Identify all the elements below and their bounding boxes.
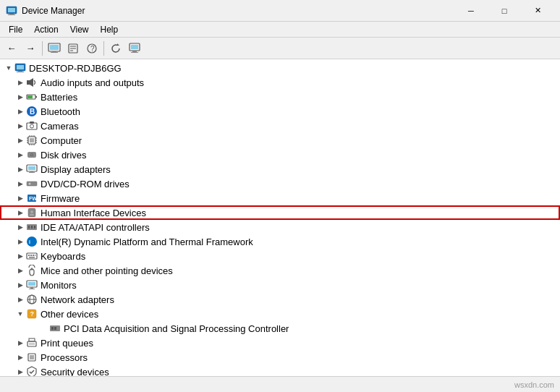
menu-help[interactable]: Help xyxy=(95,23,124,36)
svg-rect-88 xyxy=(29,338,35,341)
pci-label: PCI Data Acquisition and Signal Processi… xyxy=(64,323,289,334)
computer-label: Computer xyxy=(41,135,82,146)
menu-action[interactable]: Action xyxy=(28,23,64,36)
tree-item-firmware[interactable]: ▶FWFirmware xyxy=(0,191,560,205)
svg-rect-63 xyxy=(31,226,33,229)
svg-text:?: ? xyxy=(30,310,35,318)
maximize-button[interactable]: □ xyxy=(488,0,521,22)
svg-rect-60 xyxy=(30,214,34,216)
expand-mice[interactable]: ▶ xyxy=(14,265,26,276)
tree-root[interactable]: ▼ DESKTOP-RDJB6GG xyxy=(0,61,560,75)
expand-bluetooth[interactable]: ▶ xyxy=(14,106,26,117)
svg-marker-24 xyxy=(30,78,33,87)
tree-item-mice[interactable]: ▶Mice and other pointing devices xyxy=(0,263,560,278)
security-label: Security devices xyxy=(41,367,109,377)
svg-point-31 xyxy=(30,124,34,128)
monitors-label: Monitors xyxy=(41,280,77,291)
tree-item-cameras[interactable]: ▶Cameras xyxy=(0,119,560,133)
expand-intel[interactable]: ▶ xyxy=(14,236,26,247)
svg-rect-26 xyxy=(35,96,37,98)
expand-keyboards[interactable]: ▶ xyxy=(14,250,26,262)
expand-firmware[interactable]: ▶ xyxy=(14,192,26,204)
svg-rect-17 xyxy=(132,51,137,52)
svg-rect-7 xyxy=(51,52,58,53)
expand-dvd[interactable]: ▶ xyxy=(14,178,26,189)
svg-rect-90 xyxy=(30,355,34,359)
refresh-button[interactable] xyxy=(107,40,124,57)
expand-disk[interactable]: ▶ xyxy=(14,149,26,161)
forward-button[interactable]: → xyxy=(22,40,39,57)
svg-rect-71 xyxy=(35,255,35,256)
tree-item-network[interactable]: ▶Network adapters xyxy=(0,292,560,307)
expand-computer[interactable]: ▶ xyxy=(14,135,26,146)
svg-text:i: i xyxy=(29,239,30,244)
bluetooth-icon: B xyxy=(26,106,38,117)
tree-item-bluetooth[interactable]: ▶BBluetooth xyxy=(0,104,560,119)
expand-security[interactable]: ▶ xyxy=(14,366,26,376)
expand-ide[interactable]: ▶ xyxy=(14,221,26,233)
expand-hid[interactable]: ▶ xyxy=(14,207,26,218)
svg-rect-3 xyxy=(8,14,15,15)
expand-cameras[interactable]: ▶ xyxy=(14,120,26,132)
tree-item-dvd[interactable]: ▶DVD/CD-ROM drives xyxy=(0,176,560,191)
tree-item-security[interactable]: ▶Security devices xyxy=(0,365,560,376)
window-controls: ─ □ ✕ xyxy=(454,0,554,22)
back-button[interactable]: ← xyxy=(3,40,20,57)
menu-file[interactable]: File xyxy=(3,23,28,36)
security-icon xyxy=(26,366,38,376)
properties-button[interactable] xyxy=(64,40,82,57)
tree-item-other[interactable]: ▼?Other devices xyxy=(0,307,560,321)
svg-rect-27 xyxy=(27,95,33,98)
firmware-icon: FW xyxy=(26,192,38,204)
cameras-icon xyxy=(26,120,38,132)
tree-item-pci[interactable]: ▶PCI Data Acquisition and Signal Process… xyxy=(0,321,560,336)
svg-rect-51 xyxy=(28,166,35,170)
tree-item-processors[interactable]: ▶Processors xyxy=(0,350,560,365)
expand-other[interactable]: ▼ xyxy=(14,308,26,320)
tree-item-computer[interactable]: ▶Computer xyxy=(0,133,560,148)
monitor-button[interactable] xyxy=(126,40,143,57)
menu-view[interactable]: View xyxy=(64,23,95,36)
audio-icon xyxy=(26,77,38,88)
display-icon xyxy=(26,163,38,175)
toolbar: ← → ? xyxy=(0,38,560,59)
expand-network[interactable]: ▶ xyxy=(14,294,26,305)
svg-point-55 xyxy=(29,183,31,185)
expand-print[interactable]: ▶ xyxy=(14,337,26,349)
svg-point-49 xyxy=(31,154,33,155)
expand-display[interactable]: ▶ xyxy=(14,163,26,175)
minimize-button[interactable]: ─ xyxy=(454,0,488,22)
root-expand[interactable]: ▼ xyxy=(3,62,14,74)
tree-item-ide[interactable]: ▶IDE ATA/ATAPI controllers xyxy=(0,220,560,234)
dvd-label: DVD/CD-ROM drives xyxy=(41,179,130,189)
tree-item-audio[interactable]: ▶Audio inputs and outputs xyxy=(0,75,560,90)
device-tree[interactable]: ▼ DESKTOP-RDJB6GG ▶Audio inputs and outp… xyxy=(0,59,560,376)
computer-button[interactable] xyxy=(46,40,63,57)
tree-item-intel[interactable]: ▶iIntel(R) Dynamic Platform and Thermal … xyxy=(0,234,560,249)
expand-processors[interactable]: ▶ xyxy=(14,351,26,363)
tree-item-keyboards[interactable]: ▶Keyboards xyxy=(0,249,560,263)
expand-audio[interactable]: ▶ xyxy=(14,77,26,88)
keyboards-icon xyxy=(26,250,38,262)
other-icon: ? xyxy=(26,308,38,320)
close-button[interactable]: ✕ xyxy=(521,0,554,22)
svg-rect-84 xyxy=(51,327,54,330)
tree-item-monitors[interactable]: ▶Monitors xyxy=(0,278,560,292)
svg-rect-70 xyxy=(33,255,34,256)
mice-label: Mice and other pointing devices xyxy=(41,265,173,276)
tree-item-print[interactable]: ▶Print queues xyxy=(0,336,560,350)
tree-item-display[interactable]: ▶Display adapters xyxy=(0,162,560,176)
svg-marker-14 xyxy=(117,43,119,46)
tree-item-batteries[interactable]: ▶Batteries xyxy=(0,90,560,104)
svg-rect-75 xyxy=(28,282,35,286)
tree-item-disk[interactable]: ▶Disk drives xyxy=(0,148,560,162)
expand-monitors[interactable]: ▶ xyxy=(14,279,26,291)
expand-batteries[interactable]: ▶ xyxy=(14,91,26,103)
svg-rect-34 xyxy=(30,138,34,142)
help-button[interactable]: ? xyxy=(83,40,101,57)
pci-icon xyxy=(49,323,61,334)
window-title: Device Manager xyxy=(22,6,454,16)
tree-item-hid[interactable]: ▶Human Interface Devices xyxy=(0,205,560,220)
svg-rect-5 xyxy=(50,45,59,50)
svg-rect-69 xyxy=(30,255,32,256)
